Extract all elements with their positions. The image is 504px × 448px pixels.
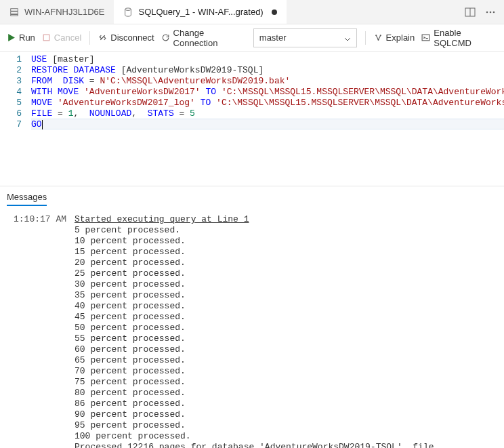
change-connection-button[interactable]: Change Connection [161,28,247,48]
messages-tab[interactable]: Messages [7,192,47,206]
stop-icon [42,33,51,42]
svg-rect-0 [11,8,18,11]
explain-button[interactable]: Explain [374,33,415,43]
cancel-button: Cancel [42,33,81,43]
svg-rect-2 [11,14,18,16]
svg-point-6 [486,11,488,13]
split-editor-icon[interactable] [465,7,476,18]
disconnect-icon [98,33,107,42]
svg-rect-9 [43,35,49,41]
tab-server-connection[interactable]: WIN-AFNHJ3L1D6E [0,0,114,24]
server-icon [9,7,19,17]
tab-label: SQLQuery_1 - WIN-AF...grated) [138,7,263,17]
disconnect-button[interactable]: Disconnect [98,33,154,43]
message-timestamp: 1:10:17 AM [7,214,75,443]
database-select[interactable]: master [253,28,357,47]
svg-point-7 [490,11,492,13]
explain-label: Explain [386,33,415,43]
separator [89,31,90,45]
refresh-icon [161,33,170,42]
tab-active-query[interactable]: SQLQuery_1 - WIN-AF...grated) [114,0,286,24]
messages-panel-header: Messages [0,186,504,209]
message-output: Started executing query at Line 15 perce… [75,214,497,443]
change-conn-label: Change Connection [173,28,247,48]
line-number-gutter: 1234567 [0,54,31,186]
unsaved-dot-icon [272,9,277,15]
query-toolbar: Run Cancel Disconnect Change Connection … [0,24,504,52]
svg-point-3 [125,7,131,10]
database-icon [123,7,133,17]
play-icon [7,33,16,42]
database-selected-value: master [259,33,287,43]
sqlcmd-label: Enable SQLCMD [434,28,497,48]
tab-bar-actions [465,7,504,18]
sql-editor[interactable]: 1234567 USE [master]RESTORE DATABASE [Ad… [0,52,504,186]
explain-icon [374,33,383,42]
cancel-label: Cancel [54,33,81,43]
code-area[interactable]: USE [master]RESTORE DATABASE [AdventureW… [31,54,504,186]
run-label: Run [19,33,35,43]
messages-panel: 1:10:17 AM Started executing query at Li… [0,209,504,448]
separator [365,31,366,45]
more-actions-icon[interactable] [485,7,496,18]
tab-bar: WIN-AFNHJ3L1D6E SQLQuery_1 - WIN-AF...gr… [0,0,504,24]
tab-label: WIN-AFNHJ3L1D6E [24,7,104,17]
sqlcmd-icon [421,33,430,42]
svg-rect-1 [11,12,18,14]
disconnect-label: Disconnect [110,33,154,43]
run-button[interactable]: Run [7,33,35,43]
enable-sqlcmd-button[interactable]: Enable SQLCMD [421,28,497,48]
svg-point-8 [493,11,495,13]
chevron-down-icon [344,35,351,41]
